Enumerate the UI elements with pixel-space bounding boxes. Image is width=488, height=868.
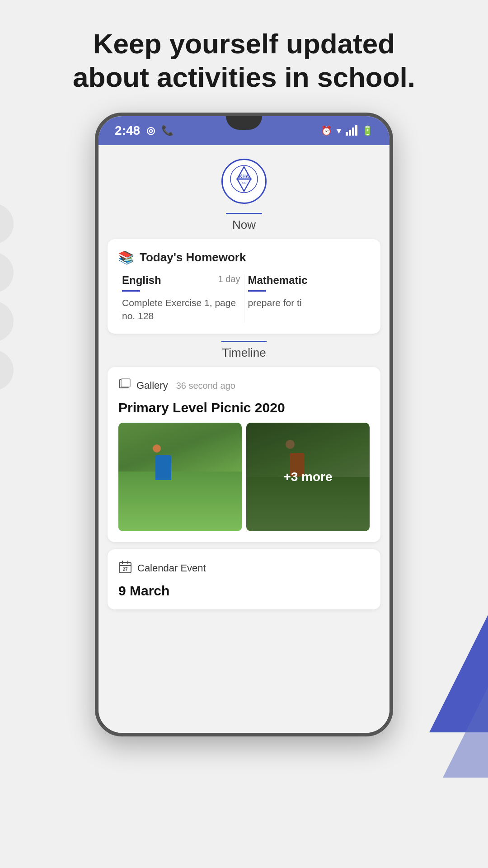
gallery-header: Gallery 36 second ago	[118, 378, 370, 394]
header-title-line2: about activities in school.	[73, 61, 415, 93]
homework-title: Today's Homework	[140, 250, 246, 264]
calendar-header: 27 Calendar Event	[118, 560, 370, 577]
more-overlay: +3 more	[246, 423, 370, 531]
phone-frame: 2:48 ◎ 📞 ⏰ ▾ 🔋	[95, 113, 393, 736]
math-header: Mathematic	[248, 274, 366, 287]
logo-section: KHA 2063	[99, 145, 389, 208]
gallery-image-2[interactable]: +3 more	[246, 423, 370, 531]
homework-card: 📚 Today's Homework English 1 day Complet…	[108, 239, 380, 334]
homework-header: 📚 Today's Homework	[118, 250, 370, 265]
homework-icon: 📚	[118, 250, 134, 265]
phone-mockup: 2:48 ◎ 📞 ⏰ ▾ 🔋	[0, 113, 488, 736]
page-header: Keep yourself updated about activities i…	[0, 0, 488, 113]
calendar-card[interactable]: 27 Calendar Event 9 March	[108, 549, 380, 609]
english-desc: Complete Exercise 1, page no. 128	[122, 296, 240, 323]
header-title-line1: Keep yourself updated	[93, 28, 395, 59]
calendar-date: 9 March	[118, 583, 370, 599]
now-tab-underline	[226, 213, 262, 214]
math-desc: prepare for ti	[248, 296, 366, 309]
status-right: ⏰ ▾ 🔋	[321, 125, 373, 136]
school-logo: KHA 2063	[221, 159, 267, 204]
homework-subjects: English 1 day Complete Exercise 1, page …	[118, 274, 370, 323]
now-tab[interactable]: Now	[99, 213, 389, 232]
gallery-images: +3 more	[118, 423, 370, 531]
subject-math: Mathematic prepare for ti	[244, 274, 370, 323]
svg-text:2063: 2063	[241, 181, 246, 184]
calendar-icon: 27	[118, 560, 132, 577]
math-underline	[248, 290, 266, 292]
timeline-tab-underline	[221, 341, 267, 342]
signal-circle-icon: ◎	[146, 125, 155, 137]
timeline-tab[interactable]: Timeline	[99, 341, 389, 360]
time-display: 2:48	[115, 123, 140, 138]
gallery-card[interactable]: Gallery 36 second ago Primary Level Picn…	[108, 367, 380, 542]
app-content: KHA 2063 Now 📚 Today's Homework	[99, 145, 389, 733]
english-underline	[122, 290, 140, 292]
english-name: English	[122, 274, 161, 287]
english-days: 1 day	[218, 274, 240, 284]
logo-svg: KHA 2063	[226, 163, 262, 199]
svg-text:KHA: KHA	[239, 174, 249, 179]
gallery-type: Gallery	[136, 380, 168, 392]
whatsapp-icon: 📞	[161, 125, 174, 137]
gallery-event-title: Primary Level Picnic 2020	[118, 400, 370, 415]
gallery-time: 36 second ago	[176, 381, 235, 391]
alarm-icon: ⏰	[321, 125, 332, 136]
more-count-text: +3 more	[283, 470, 332, 484]
signal-bars-icon	[346, 125, 357, 136]
svg-rect-6	[121, 379, 130, 387]
battery-icon: 🔋	[362, 125, 373, 136]
math-name: Mathematic	[248, 274, 308, 287]
wifi-icon: ▾	[337, 125, 341, 136]
gallery-img-placeholder-1	[118, 423, 242, 531]
timeline-tab-label: Timeline	[222, 346, 266, 360]
now-tab-label: Now	[232, 218, 256, 232]
status-left: 2:48 ◎ 📞	[115, 123, 174, 138]
subject-english: English 1 day Complete Exercise 1, page …	[118, 274, 244, 323]
svg-text:27: 27	[122, 567, 128, 572]
calendar-type: Calendar Event	[137, 562, 206, 574]
gallery-icon	[118, 378, 131, 394]
english-header: English 1 day	[122, 274, 240, 287]
gallery-image-1[interactable]	[118, 423, 242, 531]
